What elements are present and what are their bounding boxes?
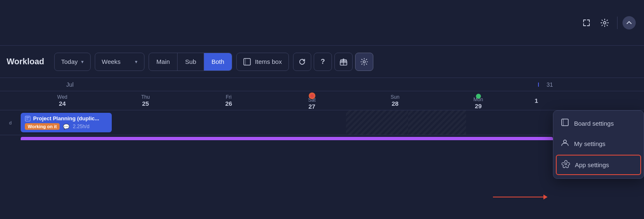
sub-toggle[interactable]: Sub: [178, 53, 204, 71]
arrow-line: [493, 197, 547, 197]
task-bar-area: Project Planning (duplic... Working on i…: [21, 110, 553, 135]
view-toggle-group: Main Sub Both: [149, 53, 232, 71]
striped-sat: [346, 110, 408, 135]
day-sat27: Sat 27: [270, 91, 353, 110]
gift-icon: [340, 58, 347, 66]
day-thu25: Thu 25: [104, 94, 187, 107]
striped-sun: [408, 110, 466, 135]
chevron-down-icon: ▾: [81, 59, 84, 65]
my-settings-label: My settings: [574, 140, 606, 147]
months-row: Jul 31: [0, 78, 644, 91]
gear-icon: [600, 18, 609, 27]
settings-toolbar-icon: [360, 58, 368, 66]
arrow-head: [543, 195, 548, 200]
today-label: Today: [61, 58, 78, 65]
svg-point-11: [564, 140, 567, 143]
both-toggle[interactable]: Both: [204, 53, 232, 71]
purple-bar-row: [0, 135, 644, 140]
svg-point-5: [363, 61, 365, 63]
app-settings-icon: [562, 160, 570, 170]
svg-rect-7: [26, 117, 29, 118]
weeks-label: Weeks: [102, 58, 121, 65]
app-settings-label: App settings: [575, 161, 609, 168]
question-icon: ?: [321, 58, 325, 66]
day-mon29: Mon 29: [437, 92, 520, 110]
main-toggle[interactable]: Main: [149, 53, 178, 71]
svg-rect-10: [563, 119, 564, 126]
task-title: Project Planning (duplic...: [25, 115, 108, 122]
refresh-button[interactable]: [293, 53, 311, 71]
svg-rect-2: [245, 58, 246, 65]
items-box-icon: [243, 58, 251, 66]
refresh-icon: [298, 58, 306, 66]
svg-rect-9: [562, 119, 568, 126]
days-row: Wed 24 Thu 25 Fri 26 Sat 27 Sun 28: [0, 91, 644, 110]
help-button[interactable]: ?: [314, 53, 332, 71]
expand-icon: [582, 19, 591, 27]
my-settings-icon: [561, 139, 569, 149]
task-icon: [25, 116, 31, 122]
chat-icon: 💬: [63, 124, 70, 130]
my-settings-item[interactable]: My settings: [553, 134, 644, 154]
settings-icon-button[interactable]: [597, 15, 612, 30]
items-box-button[interactable]: Items box: [236, 53, 289, 71]
day-fri26: Fri 26: [187, 94, 270, 107]
sidebar-label: d: [9, 120, 12, 125]
calendar-area: Jul 31 Wed 24 Thu 25 Fri 26 Sat: [0, 78, 644, 219]
avatar-dot-green: [476, 94, 481, 99]
expand-button[interactable]: [579, 15, 594, 30]
top-bar: [0, 0, 644, 46]
board-settings-label: Board settings: [574, 120, 614, 127]
task-bar[interactable]: Project Planning (duplic... Working on i…: [21, 113, 112, 132]
arrow-indicator: [493, 197, 547, 197]
day-wed24: Wed 24: [21, 94, 104, 107]
day-sun28: Sun 28: [353, 94, 437, 107]
svg-point-12: [565, 163, 567, 165]
gift-button[interactable]: [334, 53, 353, 71]
board-settings-icon: [561, 118, 569, 129]
table-row: d Project Planning (duplic... Working on: [0, 110, 644, 135]
task-rows: d Project Planning (duplic... Working on: [0, 110, 644, 219]
purple-bar: [21, 137, 553, 140]
items-box-label: Items box: [255, 58, 282, 65]
divider: [617, 17, 618, 29]
svg-rect-1: [244, 58, 250, 65]
svg-point-0: [603, 22, 606, 24]
top-bar-actions: [579, 15, 636, 30]
app-settings-item[interactable]: App settings: [556, 155, 641, 175]
day-1: 1: [520, 97, 553, 104]
task-sidebar: d: [0, 120, 21, 125]
weeks-button[interactable]: Weeks ▾: [95, 53, 144, 71]
today-button[interactable]: Today ▾: [54, 53, 91, 71]
settings-toolbar-button[interactable]: [355, 53, 373, 71]
status-badge: Working on it: [25, 123, 60, 130]
avatar-dot-red: [309, 92, 315, 99]
svg-rect-8: [26, 119, 29, 119]
board-settings-item[interactable]: Board settings: [553, 113, 644, 134]
workload-label: Workload: [0, 57, 54, 66]
collapse-button[interactable]: [622, 16, 636, 29]
chevron-up-icon: [626, 20, 632, 26]
task-meta: Working on it 💬 2.25h/d: [25, 123, 108, 130]
month-31: 31: [538, 81, 553, 88]
settings-dropdown: Board settings My settings App settings: [553, 110, 644, 179]
month-divider: [538, 83, 539, 87]
task-rate: 2.25h/d: [73, 124, 89, 129]
chevron-down-icon2: ▾: [135, 59, 137, 65]
toolbar: Workload Today ▾ Weeks ▾ Main Sub Both I…: [0, 46, 644, 78]
month-jul: Jul: [21, 81, 538, 88]
